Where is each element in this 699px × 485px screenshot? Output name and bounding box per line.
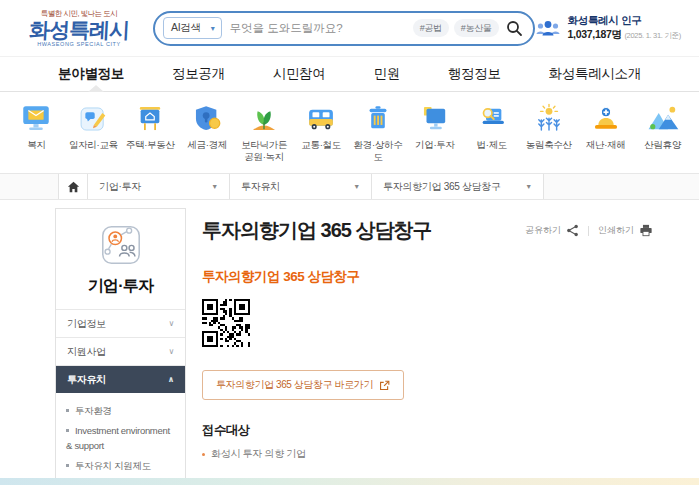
- home-icon: [67, 181, 80, 193]
- share-icon: [566, 224, 579, 237]
- category-item[interactable]: 산림휴양: [634, 98, 691, 173]
- breadcrumb-home[interactable]: [58, 174, 88, 199]
- section-bullet-item: 화성시 투자 의향 기업: [202, 447, 653, 461]
- search-tag[interactable]: #농산물: [454, 19, 499, 37]
- population-date: (2025. 1. 31. 기준): [624, 31, 681, 40]
- category-item[interactable]: 복지: [8, 98, 65, 173]
- external-link-button[interactable]: 투자의향기업 365 상담창구 바로가기: [202, 370, 404, 400]
- category-icon: [245, 102, 283, 136]
- search-input[interactable]: [229, 22, 405, 34]
- category-label: 법·제도: [477, 139, 507, 151]
- nav-item[interactable]: 행정정보: [448, 65, 501, 83]
- active-nav-pointer: [88, 85, 104, 92]
- people-icon: [535, 18, 561, 38]
- category-icon: [530, 102, 568, 136]
- category-item[interactable]: 교통·철도: [293, 98, 350, 173]
- nav-item[interactable]: 시민참여: [273, 65, 326, 83]
- category-item[interactable]: 재난·재해: [577, 98, 634, 173]
- category-item[interactable]: 농림축수산: [520, 98, 577, 173]
- page-title: 투자의향기업 365 상담창구: [202, 217, 431, 244]
- main-nav: 분야별정보정보공개시민참여민원행정정보화성특례시소개: [0, 57, 699, 92]
- search-category-label: AI검색: [171, 21, 201, 35]
- breadcrumb-segment[interactable]: 투자의향기업 365 상담창구 ▼: [372, 174, 544, 199]
- category-item[interactable]: 보타닉가든 공원·녹지: [236, 98, 293, 173]
- category-label: 복지: [27, 139, 45, 151]
- sidebar-submenu: 투자환경Investment environment & support투자유치…: [56, 393, 185, 485]
- chevron-down-icon: ∨: [168, 319, 174, 328]
- sidebar-menu-label: 기업정보: [67, 317, 106, 331]
- breadcrumb-segment[interactable]: 투자유치 ▼: [230, 174, 372, 199]
- sidebar: 기업·투자 기업정보 ∨ ∧ 지원사업 ∨ ∧ 투자유치 ∨ ∧ 투자환경Inv…: [55, 208, 186, 485]
- qr-code: [202, 299, 250, 347]
- sidebar-menu-item[interactable]: 지원사업 ∨ ∧: [56, 337, 185, 365]
- search-tag[interactable]: #공법: [413, 19, 449, 37]
- category-label: 산림휴양: [644, 139, 681, 151]
- printer-icon: [639, 224, 653, 237]
- section-heading: 접수대상: [202, 422, 653, 439]
- search-tags: #공법#농산물: [413, 19, 499, 37]
- print-button[interactable]: 인쇄하기: [598, 224, 653, 237]
- chevron-down-icon: ▼: [211, 183, 218, 190]
- search-button[interactable]: [506, 20, 523, 37]
- population-value: 1,037,187명: [568, 28, 622, 40]
- sidebar-menu-item[interactable]: 기업정보 ∨ ∧: [56, 309, 185, 337]
- nav-item[interactable]: 정보공개: [172, 65, 225, 83]
- sidebar-submenu-item[interactable]: 투자환경: [66, 401, 175, 421]
- site-logo[interactable]: 특별한 시민, 빛나는 도시 화성특례시 HWASEONG SPECIAL CI…: [15, 9, 143, 47]
- share-button[interactable]: 공유하기: [525, 224, 579, 237]
- category-label: 세금·경제: [187, 139, 227, 151]
- breadcrumb: 기업·투자 ▼ 투자유치 ▼ 투자의향기업 365 상담창구 ▼: [0, 174, 699, 200]
- chevron-up-icon: ∧: [168, 375, 174, 384]
- category-icon: [131, 102, 169, 136]
- sidebar-menu-item[interactable]: 투자유치 ∨ ∧: [56, 365, 185, 393]
- category-icon: [302, 102, 340, 136]
- chevron-down-icon: ∨: [168, 347, 174, 356]
- category-icon: [416, 102, 454, 136]
- category-item[interactable]: 세금·경제: [179, 98, 236, 173]
- breadcrumb-segment[interactable]: 기업·투자 ▼: [88, 174, 230, 199]
- sidebar-submenu-item[interactable]: 투자유치 지원제도: [66, 456, 175, 476]
- sidebar-title: 기업·투자: [56, 272, 185, 309]
- category-icon: [359, 102, 397, 136]
- sidebar-submenu-item[interactable]: Investment environment & support: [66, 421, 175, 456]
- category-icon: [473, 102, 511, 136]
- category-label: 주택·부동산: [126, 139, 175, 151]
- category-icon: [74, 102, 112, 136]
- sidebar-submenu-label: 투자유치 지원제도: [75, 460, 151, 471]
- content-subtitle: 투자의향기업 365 상담창구: [202, 268, 653, 286]
- chevron-down-icon: ▾: [211, 24, 215, 33]
- bullet-icon: [202, 453, 205, 456]
- category-menu: 복지 일자리·교육 주택·부동산 세금·경제 보타닉가든 공원·녹지 교통·철도…: [0, 92, 699, 174]
- sidebar-submenu-label: Investment environment & support: [66, 425, 170, 452]
- bullet-icon: [66, 429, 69, 432]
- sidebar-submenu-label: 투자환경: [75, 405, 112, 416]
- nav-item[interactable]: 화성특례시소개: [549, 65, 641, 83]
- main-panel: 투자의향기업 365 상담창구 공유하기 인쇄하기 투자의향기업 365 상담창…: [202, 208, 653, 485]
- category-item[interactable]: 법·제도: [463, 98, 520, 173]
- category-item[interactable]: 기업·투자: [406, 98, 463, 173]
- external-link-icon: [379, 380, 390, 391]
- category-label: 재난·재해: [586, 139, 626, 151]
- section-bullet-text: 화성시 투자 의향 기업: [211, 447, 306, 461]
- chevron-down-icon: ▼: [353, 183, 360, 190]
- logo-text: 화성특례시: [14, 19, 143, 41]
- category-label: 일자리·교육: [69, 139, 118, 151]
- category-icon: [644, 102, 682, 136]
- divider: [588, 226, 589, 236]
- category-item[interactable]: 일자리·교육: [65, 98, 122, 173]
- category-label: 기업·투자: [415, 139, 455, 151]
- nav-item[interactable]: 분야별정보: [58, 65, 124, 83]
- breadcrumb-label: 투자유치: [241, 180, 280, 194]
- category-item[interactable]: 환경·상하수도: [350, 98, 407, 173]
- footer-gradient-strip: [0, 478, 699, 485]
- category-label: 환경·상하수도: [350, 139, 407, 164]
- external-link-label: 투자의향기업 365 상담창구 바로가기: [216, 378, 373, 392]
- nav-item[interactable]: 민원: [373, 65, 399, 83]
- category-label: 보타닉가든 공원·녹지: [236, 139, 293, 164]
- category-label: 농림축수산: [526, 139, 572, 151]
- bullet-icon: [66, 409, 69, 412]
- search-category-select[interactable]: AI검색 ▾: [163, 17, 222, 39]
- category-item[interactable]: 주택·부동산: [122, 98, 179, 173]
- population-label: 화성특례시 인구: [568, 14, 681, 28]
- category-icon: [17, 102, 55, 136]
